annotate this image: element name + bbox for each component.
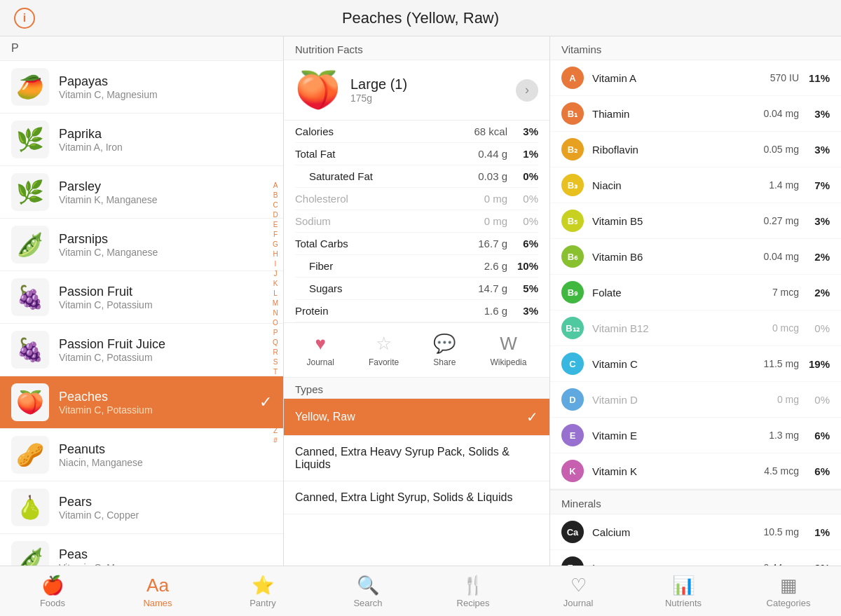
nav-item-foods[interactable]: 🍎 Foods bbox=[0, 575, 105, 608]
vit-name: Vitamin B5 bbox=[592, 215, 750, 227]
vit-val: 0.04 mg bbox=[750, 108, 799, 119]
vit-val: 0 mg bbox=[750, 394, 799, 405]
nav-item-categories[interactable]: ▦ Categories bbox=[736, 575, 841, 608]
vit-pct: 11% bbox=[807, 72, 830, 84]
middle-panel: Nutrition Facts 🍑 Large (1) 175g › Calor… bbox=[284, 36, 550, 566]
alpha-bar[interactable]: ABCDEFGHIJKLMNOPQRSTUVWXYZ# bbox=[268, 61, 283, 566]
nav-item-nutrients[interactable]: 📊 Nutrients bbox=[631, 575, 736, 608]
nutrient-row: Total Carbs 16.7 g 6% bbox=[295, 233, 538, 255]
nutrient-row: Sodium 0 mg 0% bbox=[295, 210, 538, 233]
vit-name: Thiamin bbox=[592, 108, 750, 120]
alpha-letter-g[interactable]: G bbox=[273, 240, 278, 249]
vit-name: Vitamin E bbox=[592, 430, 750, 442]
food-item-paprika[interactable]: 🌿 Paprika Vitamin A, Iron bbox=[0, 114, 283, 166]
alpha-letter-a[interactable]: A bbox=[273, 181, 278, 191]
alpha-letter-j[interactable]: J bbox=[274, 269, 278, 279]
info-icon[interactable]: i bbox=[14, 8, 35, 29]
nutrient-val: 68 kcal bbox=[465, 125, 507, 137]
food-icon: 🍐 bbox=[11, 488, 49, 526]
alpha-letter-b[interactable]: B bbox=[273, 191, 278, 200]
alpha-letter-c[interactable]: C bbox=[273, 200, 278, 210]
vit-name: Vitamin B6 bbox=[592, 251, 750, 263]
action-favorite[interactable]: ☆ Favorite bbox=[369, 333, 399, 367]
nav-item-names[interactable]: Aa Names bbox=[105, 575, 210, 608]
alpha-letter-m[interactable]: M bbox=[273, 299, 278, 308]
alpha-letter-z[interactable]: Z bbox=[273, 426, 278, 436]
food-item-parsnips[interactable]: 🫛 Parsnips Vitamin C, Manganese bbox=[0, 219, 283, 271]
food-item-peaches[interactable]: 🍑 Peaches Vitamin C, Potassium ✓ bbox=[0, 376, 283, 429]
action-label: Journal bbox=[307, 357, 334, 367]
nav-label-journal: Journal bbox=[563, 598, 594, 608]
action-wikipedia[interactable]: W Wikipedia bbox=[490, 333, 526, 367]
food-sub: Vitamin K, Manganese bbox=[59, 194, 158, 205]
type-item-canned-heavy[interactable]: Canned, Extra Heavy Syrup Pack, Solids &… bbox=[284, 436, 549, 481]
food-sub: Vitamin C, Potassium bbox=[59, 299, 153, 310]
nutrient-val: 0 mg bbox=[465, 193, 507, 205]
type-item-canned-light[interactable]: Canned, Extra Light Syrup, Solids & Liqu… bbox=[284, 481, 549, 514]
nutrient-val: 1.6 g bbox=[465, 305, 507, 317]
vit-badge: B₅ bbox=[561, 210, 584, 232]
minerals-header: Minerals bbox=[550, 489, 841, 514]
page-title: Peaches (Yellow, Raw) bbox=[342, 9, 499, 27]
alpha-letter-s[interactable]: S bbox=[273, 357, 278, 367]
alpha-letter-w[interactable]: W bbox=[272, 397, 278, 406]
vit-name: Vitamin K bbox=[592, 465, 750, 477]
serving-arrow[interactable]: › bbox=[516, 79, 538, 102]
vit-val: 0.04 mg bbox=[750, 251, 799, 262]
vit-badge: C bbox=[561, 353, 584, 375]
bottom-nav: 🍎 Foods Aa Names ⭐ Pantry 🔍 Search 🍴 Rec… bbox=[0, 566, 841, 616]
nutrient-row: Saturated Fat 0.03 g 0% bbox=[295, 165, 538, 188]
vit-val: 4.5 mcg bbox=[750, 465, 799, 477]
vit-val: 11.5 mg bbox=[750, 358, 799, 369]
vit-badge: B₁ bbox=[561, 102, 584, 125]
alpha-letter-k[interactable]: K bbox=[273, 279, 278, 289]
food-item-peas[interactable]: 🫛 Peas Vitamin C, Manganese bbox=[0, 534, 283, 566]
vit-badge: E bbox=[561, 424, 584, 446]
alpha-letter-y[interactable]: Y bbox=[273, 416, 278, 426]
alpha-letter-i[interactable]: I bbox=[275, 259, 277, 269]
vitamin-row: A Vitamin A 570 IU 11% bbox=[550, 60, 841, 96]
alpha-letter-#[interactable]: # bbox=[273, 436, 278, 446]
alpha-letter-n[interactable]: N bbox=[273, 308, 278, 318]
food-item-passion-fruit-juice[interactable]: 🍇 Passion Fruit Juice Vitamin C, Potassi… bbox=[0, 324, 283, 376]
vit-pct: 3% bbox=[807, 144, 830, 156]
nav-item-pantry[interactable]: ⭐ Pantry bbox=[210, 575, 315, 608]
alpha-letter-r[interactable]: R bbox=[273, 348, 278, 357]
nav-item-search[interactable]: 🔍 Search bbox=[315, 575, 420, 608]
food-item-pears[interactable]: 🍐 Pears Vitamin C, Copper bbox=[0, 481, 283, 534]
food-name: Parsley bbox=[59, 179, 158, 194]
mineral-badge: Ca bbox=[561, 521, 584, 543]
nav-item-recipes[interactable]: 🍴 Recipes bbox=[420, 575, 526, 608]
serving-size: Large (1) bbox=[350, 76, 407, 93]
vitamin-row: B₅ Vitamin B5 0.27 mg 3% bbox=[550, 203, 841, 239]
food-item-parsley[interactable]: 🌿 Parsley Vitamin K, Manganese bbox=[0, 166, 283, 219]
food-item-passion-fruit[interactable]: 🍇 Passion Fruit Vitamin C, Potassium bbox=[0, 271, 283, 324]
nutrient-pct: 0% bbox=[516, 193, 538, 205]
food-name: Peaches bbox=[59, 390, 153, 404]
serving-icon: 🍑 bbox=[295, 69, 341, 111]
nav-icon-names: Aa bbox=[146, 575, 169, 596]
type-item-yellow-raw[interactable]: Yellow, Raw✓ bbox=[284, 399, 549, 436]
food-name: Papayas bbox=[59, 74, 158, 89]
alpha-letter-t[interactable]: T bbox=[273, 367, 278, 377]
alpha-letter-v[interactable]: V bbox=[273, 387, 278, 397]
alpha-letter-o[interactable]: O bbox=[273, 318, 278, 328]
alpha-letter-e[interactable]: E bbox=[273, 220, 278, 230]
alpha-letter-d[interactable]: D bbox=[273, 210, 278, 220]
alpha-letter-u[interactable]: U bbox=[273, 377, 278, 387]
action-share[interactable]: 💬 Share bbox=[433, 333, 456, 367]
food-item-peanuts[interactable]: 🥜 Peanuts Niacin, Manganese bbox=[0, 429, 283, 481]
alpha-letter-f[interactable]: F bbox=[273, 230, 278, 240]
action-journal[interactable]: ♥ Journal bbox=[307, 333, 334, 367]
alpha-letter-h[interactable]: H bbox=[273, 249, 278, 259]
nutrient-pct: 3% bbox=[516, 125, 538, 137]
alpha-letter-x[interactable]: X bbox=[273, 406, 278, 416]
vitamin-row: D Vitamin D 0 mg 0% bbox=[550, 382, 841, 418]
alpha-letter-p[interactable]: P bbox=[273, 328, 278, 338]
top-bar: i Peaches (Yellow, Raw) bbox=[0, 0, 841, 36]
alpha-letter-q[interactable]: Q bbox=[273, 338, 278, 348]
food-item-papayas[interactable]: 🥭 Papayas Vitamin C, Magnesium bbox=[0, 61, 283, 114]
nav-item-journal[interactable]: ♡ Journal bbox=[526, 575, 631, 608]
nav-icon-journal: ♡ bbox=[570, 575, 587, 596]
alpha-letter-l[interactable]: L bbox=[273, 289, 278, 299]
